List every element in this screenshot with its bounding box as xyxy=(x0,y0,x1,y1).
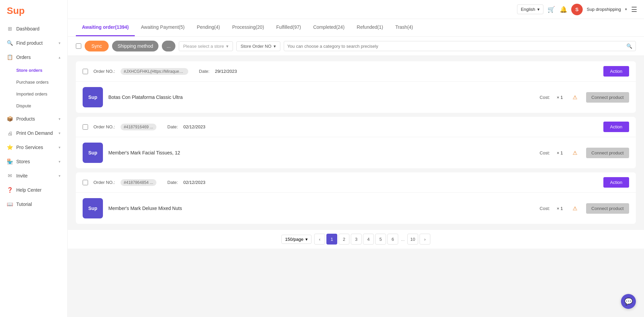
order-card: Order NO.: #4187864854 ... Date: 02/12/2… xyxy=(76,172,636,224)
prev-page-button[interactable]: ‹ xyxy=(314,234,325,245)
page-size-selector[interactable]: 150/page ▾ xyxy=(281,235,312,244)
order-body: Sup Botas Con Plataforma Classic Ultra C… xyxy=(76,82,636,113)
bell-icon[interactable]: 🔔 xyxy=(560,6,567,13)
action-button[interactable]: Action xyxy=(603,66,629,77)
order-date-label: Date: xyxy=(199,69,210,74)
connect-product-button[interactable]: Connect product xyxy=(586,148,629,158)
order-no-value: #JXHCGFHKL(Https://Miraqueway.Com)... xyxy=(121,68,188,75)
order-date-value: 02/12/2023 xyxy=(183,124,205,129)
product-logo-text: Sup xyxy=(88,94,97,100)
chevron-down-icon: ▾ xyxy=(625,7,627,12)
sidebar-item-label: Purchase orders xyxy=(16,80,48,85)
order-checkbox[interactable] xyxy=(83,69,88,74)
product-logo-text: Sup xyxy=(88,150,97,155)
select-all-checkbox[interactable] xyxy=(76,43,81,49)
page-button-3[interactable]: 3 xyxy=(351,234,362,245)
sidebar-item-dashboard[interactable]: ⊞ Dashboard xyxy=(0,22,67,36)
sidebar-item-tutorial[interactable]: 📖 Tutorial xyxy=(0,197,67,211)
menu-icon[interactable]: ☰ xyxy=(631,5,637,14)
order-header: Order NO.: #JXHCGFHKL(Https://Miraqueway… xyxy=(76,61,636,82)
order-header: Order NO.: #4187916469 ... Date: 02/12/2… xyxy=(76,117,636,137)
sidebar-navigation: ⊞ Dashboard 🔍 Find product ▾ 📋 Orders ▴ … xyxy=(0,22,67,211)
sidebar-item-label: Store orders xyxy=(16,68,42,73)
account-name[interactable]: Sup dropshipping xyxy=(587,7,621,12)
sidebar-item-purchase-orders[interactable]: Purchase orders xyxy=(0,76,67,88)
page-button-5[interactable]: 5 xyxy=(375,234,386,245)
page-button-4[interactable]: 4 xyxy=(363,234,374,245)
page-button-10[interactable]: 10 xyxy=(407,234,418,245)
sidebar-item-invite[interactable]: ✉ Invite ▾ xyxy=(0,169,67,183)
product-image: Sup xyxy=(83,198,103,218)
tab-trash[interactable]: Trash(4) xyxy=(389,19,419,36)
tab-awaiting-order[interactable]: Awaiting order(1394) xyxy=(76,19,135,36)
sidebar-item-label: Help Center xyxy=(16,187,42,193)
invite-icon: ✉ xyxy=(7,173,13,179)
page-button-6[interactable]: 6 xyxy=(387,234,398,245)
tab-awaiting-payment[interactable]: Awaiting Payment(5) xyxy=(135,19,191,36)
sidebar-item-label: Invite xyxy=(16,173,27,178)
tab-label: Trash(4) xyxy=(395,24,413,30)
order-date-value: 02/12/2023 xyxy=(183,180,205,185)
tab-label: Awaiting order(1394) xyxy=(82,24,129,30)
tab-pending[interactable]: Pending(4) xyxy=(191,19,226,36)
sidebar-item-store-orders[interactable]: Store orders xyxy=(0,64,67,76)
order-checkbox[interactable] xyxy=(83,180,88,185)
chevron-down-icon: ▾ xyxy=(59,160,61,164)
sidebar-item-print-on-demand[interactable]: 🖨 Print On Demand ▾ xyxy=(0,126,67,140)
connect-product-button[interactable]: Connect product xyxy=(586,92,629,103)
tab-label: Refunded(1) xyxy=(357,24,383,30)
tutorial-icon: 📖 xyxy=(7,201,13,207)
next-page-button[interactable]: › xyxy=(420,234,430,245)
order-checkbox[interactable] xyxy=(83,124,88,130)
cost-value: × 1 xyxy=(557,206,563,211)
sidebar-item-products[interactable]: 📦 Products ▾ xyxy=(0,112,67,126)
cart-icon[interactable]: 🛒 xyxy=(548,6,555,13)
sidebar-item-orders[interactable]: 📋 Orders ▴ xyxy=(0,50,67,64)
sidebar-item-help-center[interactable]: ❓ Help Center xyxy=(0,183,67,197)
order-card: Order NO.: #4187916469 ... Date: 02/12/2… xyxy=(76,117,636,168)
main-content: Awaiting order(1394) Awaiting Payment(5)… xyxy=(68,19,644,317)
shipping-method-button[interactable]: Shipping method xyxy=(112,41,158,51)
products-icon: 📦 xyxy=(7,116,13,122)
sidebar-item-imported-orders[interactable]: Imported orders xyxy=(0,88,67,100)
page-ellipsis: ... xyxy=(400,237,406,242)
warning-icon: ⚠ xyxy=(573,150,577,156)
language-selector[interactable]: English ▾ xyxy=(517,4,543,14)
tab-refunded[interactable]: Refunded(1) xyxy=(351,19,389,36)
tab-fulfilled[interactable]: Fulfilled(97) xyxy=(270,19,307,36)
page-button-2[interactable]: 2 xyxy=(339,234,349,245)
order-body: Sup Member's Mark Facial Tissues, 12 Cos… xyxy=(76,137,636,168)
store-selector[interactable]: Please select a store ▾ xyxy=(179,41,233,51)
search-input[interactable] xyxy=(287,44,626,49)
sidebar-item-pro-services[interactable]: ⭐ Pro Services ▾ xyxy=(0,140,67,154)
action-button[interactable]: Action xyxy=(603,177,629,188)
sidebar-item-dispute[interactable]: Dispute xyxy=(0,100,67,112)
order-body: Sup Member's Mark Deluxe Mixed Nuts Cost… xyxy=(76,193,636,224)
action-button[interactable]: Action xyxy=(603,122,629,132)
more-button[interactable]: ... xyxy=(162,41,175,51)
tab-label: Completed(24) xyxy=(313,24,345,30)
search-box: 🔍 xyxy=(284,41,636,51)
chevron-down-icon: ▾ xyxy=(537,7,540,12)
sync-button[interactable]: Sync xyxy=(85,41,109,51)
chat-button[interactable]: 💬 xyxy=(621,294,636,309)
page-button-1[interactable]: 1 xyxy=(326,234,337,245)
tab-label: Awaiting Payment(5) xyxy=(141,24,185,30)
header: English ▾ 🛒 🔔 S Sup dropshipping ▾ ☰ xyxy=(68,0,644,19)
tab-processing[interactable]: Processing(20) xyxy=(226,19,270,36)
sidebar-item-find-product[interactable]: 🔍 Find product ▾ xyxy=(0,36,67,50)
order-date-label: Date: xyxy=(167,180,178,185)
tab-completed[interactable]: Completed(24) xyxy=(307,19,351,36)
cost-label: Cost: xyxy=(540,206,550,211)
avatar[interactable]: S xyxy=(571,4,583,15)
sidebar-item-stores[interactable]: 🏪 Stores ▾ xyxy=(0,154,67,169)
search-icon[interactable]: 🔍 xyxy=(626,43,632,49)
order-type-selector[interactable]: Store Order NO ▾ xyxy=(236,41,280,51)
product-name: Botas Con Plataforma Classic Ultra xyxy=(108,94,534,100)
store-placeholder: Please select a store xyxy=(183,44,224,49)
connect-product-button[interactable]: Connect product xyxy=(586,203,629,214)
main-wrapper: English ▾ 🛒 🔔 S Sup dropshipping ▾ ☰ Awa… xyxy=(68,0,644,317)
order-header: Order NO.: #4187864854 ... Date: 02/12/2… xyxy=(76,172,636,193)
product-name: Member's Mark Deluxe Mixed Nuts xyxy=(108,206,534,211)
sidebar-item-label: Dispute xyxy=(16,103,31,108)
